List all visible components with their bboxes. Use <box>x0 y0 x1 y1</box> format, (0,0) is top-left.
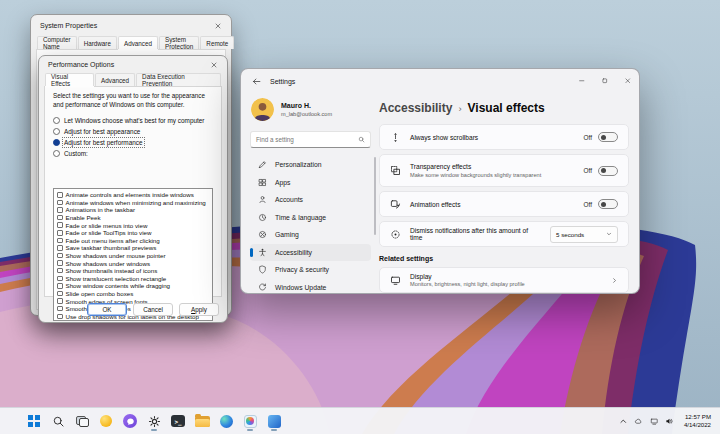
tab[interactable]: System Protection <box>159 36 199 49</box>
radio-icon <box>53 139 60 146</box>
taskbar-button[interactable] <box>97 410 115 432</box>
cancel-button[interactable]: Cancel <box>133 303 173 316</box>
search-input[interactable]: Find a setting <box>250 131 371 148</box>
radio-option[interactable]: Custom: <box>53 148 213 159</box>
nav-item[interactable]: Personalization <box>250 156 371 174</box>
nav-item[interactable]: Windows Update <box>250 279 371 295</box>
radio-option[interactable]: Adjust for best appearance <box>53 126 213 137</box>
app-icon <box>267 414 282 429</box>
taskbar: >_ <box>0 407 720 434</box>
tab[interactable]: Computer Name <box>37 36 77 49</box>
taskbar-button[interactable] <box>49 410 67 432</box>
animation-toggle[interactable] <box>598 199 618 209</box>
checkbox-icon <box>57 200 63 206</box>
taskbar-button[interactable] <box>145 410 163 432</box>
close-icon[interactable] <box>214 22 222 30</box>
nav-item[interactable]: Gaming <box>250 226 371 244</box>
animation-icon <box>390 199 401 210</box>
taskbar-button[interactable]: >_ <box>169 410 187 432</box>
sidebar-scrollbar[interactable] <box>374 157 376 235</box>
onedrive-icon[interactable] <box>634 417 643 426</box>
checkbox-item[interactable]: Show shadows under mouse pointer <box>54 252 212 260</box>
apps-icon <box>258 178 267 187</box>
clock[interactable]: 12:57 PM 4/14/2022 <box>684 413 711 429</box>
checkbox-item[interactable]: Animate windows when minimizing and maxi… <box>54 199 212 207</box>
visual-effects-tab-panel: Select the settings you want to use for … <box>44 86 222 297</box>
checkbox-item[interactable]: Fade or slide ToolTips into view <box>54 229 212 237</box>
tab[interactable]: Advanced <box>118 36 158 49</box>
nav-item[interactable]: Accounts <box>250 191 371 209</box>
toggle-state-label: Off <box>584 201 592 208</box>
ok-button[interactable]: OK <box>87 303 127 316</box>
related-display-card[interactable]: Display Monitors, brightness, night ligh… <box>379 267 629 293</box>
checkbox-icon <box>57 253 63 259</box>
checkbox-icon <box>57 245 63 251</box>
checkbox-item[interactable]: Show thumbnails instead of icons <box>54 267 212 275</box>
checkbox-item[interactable]: Save taskbar thumbnail previews <box>54 244 212 252</box>
checkbox-item[interactable]: Animations in the taskbar <box>54 206 212 214</box>
cortana-icon <box>99 414 114 429</box>
close-icon[interactable] <box>210 61 218 69</box>
nav-item[interactable]: Apps <box>250 174 371 192</box>
transparency-toggle[interactable] <box>598 166 618 176</box>
checkbox-item[interactable]: Slide open combo boxes <box>54 290 212 298</box>
minimize-button[interactable] <box>570 69 593 93</box>
radio-option[interactable]: Let Windows choose what's best for my co… <box>53 115 213 126</box>
taskbar-button[interactable] <box>193 410 211 432</box>
toggle-state-label: Off <box>584 134 592 141</box>
scrollbars-icon <box>390 132 401 143</box>
tab[interactable]: Advanced <box>95 73 135 86</box>
taskbar-button[interactable] <box>241 410 259 432</box>
setting-row-transparency: Transparency effects Make some window ba… <box>379 154 629 187</box>
tab[interactable]: Visual Effects <box>45 73 94 86</box>
performance-options-title: Performance Options <box>48 61 114 68</box>
checkbox-icon <box>57 238 63 244</box>
back-icon[interactable] <box>252 77 261 86</box>
windows-update-icon <box>258 283 267 292</box>
checkbox-item[interactable]: Animate controls and elements inside win… <box>54 191 212 199</box>
nav-item[interactable]: Privacy & security <box>250 261 371 279</box>
scrollbars-toggle[interactable] <box>598 132 618 142</box>
breadcrumb-parent[interactable]: Accessibility <box>379 101 452 115</box>
nav-item[interactable]: Time & language <box>250 209 371 227</box>
taskbar-button[interactable] <box>265 410 283 432</box>
tray-time: 12:57 PM <box>684 413 711 421</box>
maximize-button[interactable] <box>593 69 616 93</box>
checkbox-icon <box>57 298 63 304</box>
performance-options-tabs: Visual Effects Advanced Data Execution P… <box>39 73 227 86</box>
checkbox-item[interactable]: Show shadows under windows <box>54 259 212 267</box>
nav-item[interactable]: Accessibility <box>250 244 371 262</box>
tab[interactable]: Hardware <box>78 36 117 49</box>
setting-row-animation: Animation effects Off <box>379 191 629 217</box>
performance-options-titlebar: Performance Options <box>39 56 227 73</box>
tray-overflow-icon[interactable] <box>619 417 628 426</box>
radio-option[interactable]: Adjust for best performance <box>53 137 213 148</box>
setting-row-notifications: Dismiss notifications after this amount … <box>379 221 629 247</box>
checkbox-item[interactable]: Show translucent selection rectangle <box>54 275 212 283</box>
personalization-icon <box>258 160 267 169</box>
tab[interactable]: Remote <box>200 36 234 49</box>
page-title: Visual effects <box>468 101 545 115</box>
taskbar-button[interactable] <box>121 410 139 432</box>
network-icon[interactable] <box>650 417 659 426</box>
radio-icon <box>53 128 60 135</box>
checkbox-item[interactable]: Enable Peek <box>54 214 212 222</box>
breadcrumb: Accessibility › Visual effects <box>379 101 629 115</box>
visual-effects-list[interactable]: Animate controls and elements inside win… <box>53 188 213 321</box>
taskbar-button[interactable] <box>217 410 235 432</box>
chevron-right-icon <box>611 277 618 284</box>
volume-icon[interactable] <box>665 417 674 426</box>
close-button[interactable] <box>616 69 639 93</box>
checkbox-item[interactable]: Fade out menu items after clicking <box>54 237 212 245</box>
taskbar-button[interactable] <box>73 410 91 432</box>
notification-duration-dropdown[interactable]: 5 seconds <box>550 226 618 243</box>
taskbar-button[interactable] <box>25 410 43 432</box>
apply-button[interactable]: Apply <box>179 303 219 316</box>
checkbox-item[interactable]: Fade or slide menus into view <box>54 221 212 229</box>
tab[interactable]: Data Execution Prevention <box>136 73 221 86</box>
checkbox-icon <box>57 283 63 289</box>
account-profile[interactable]: Mauro H. m_lab@outlook.com <box>248 95 373 121</box>
checkbox-item[interactable]: Show window contents while dragging <box>54 282 212 290</box>
minimize-icon <box>578 77 586 85</box>
checkbox-icon <box>57 276 63 282</box>
